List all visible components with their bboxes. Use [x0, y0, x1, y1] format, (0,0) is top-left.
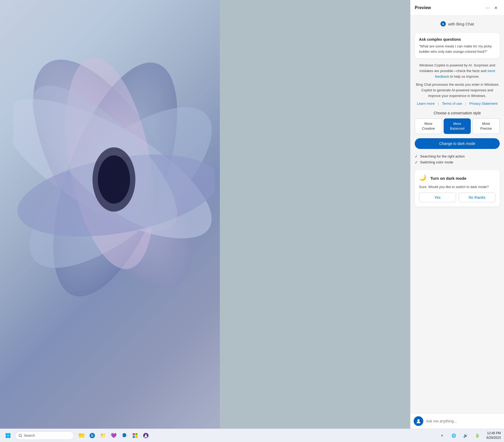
- question-card-title: Ask complex questions: [419, 37, 495, 42]
- tray-battery[interactable]: 🔋: [473, 431, 482, 440]
- no-thanks-button[interactable]: No thanks: [459, 193, 496, 202]
- taskbar-icon-store[interactable]: [130, 431, 140, 440]
- style-creative-button[interactable]: MoreCreative: [415, 118, 442, 134]
- learn-more-link[interactable]: Learn more: [417, 101, 435, 107]
- status-text-1: Searching for the right action: [420, 154, 465, 158]
- taskbar-icon-explorer[interactable]: [77, 431, 86, 440]
- svg-point-8: [98, 155, 130, 204]
- start-button[interactable]: [3, 431, 13, 440]
- dark-mode-card: 🌙 Turn on dark mode Sure. Would you like…: [415, 170, 500, 207]
- panel-header: Preview ⋯ ✕: [410, 0, 504, 16]
- taskbar: Search b 📁 💜 ∧ 🌐 🔊 🔋 12:46 PM 6/29/2023: [0, 429, 504, 442]
- svg-rect-10: [6, 433, 8, 436]
- conversation-style-section: Choose a conversation style MoreCreative…: [415, 111, 500, 134]
- svg-point-26: [145, 434, 147, 436]
- privacy-statement-link[interactable]: Privacy Statement: [469, 101, 498, 107]
- info-text-1: Windows Copilot is powered by AI. Surpri…: [415, 63, 500, 79]
- search-box[interactable]: Search: [15, 431, 74, 440]
- search-icon: [18, 434, 22, 437]
- yes-button[interactable]: Yes: [419, 193, 456, 202]
- dark-mode-button[interactable]: Change to dark mode: [415, 138, 500, 149]
- search-label: Search: [24, 433, 35, 437]
- info-text-2: Bing Chat processes the words you enter …: [415, 82, 500, 99]
- svg-rect-11: [8, 433, 11, 436]
- question-card: Ask complex questions "What are some mea…: [415, 33, 500, 58]
- status-item-2: ✓ Switching color mode: [415, 160, 500, 164]
- input-area: [410, 413, 504, 429]
- copilot-panel: Preview ⋯ ✕ b with Bing Chat Ask complex…: [410, 0, 504, 429]
- svg-point-9: [417, 419, 420, 421]
- svg-rect-12: [6, 436, 8, 438]
- taskbar-icon-copilot[interactable]: [141, 431, 151, 440]
- taskbar-right: ∧ 🌐 🔊 🔋 12:46 PM 6/29/2023: [435, 431, 501, 440]
- taskbar-icon-edge[interactable]: [120, 431, 129, 440]
- svg-line-15: [21, 436, 22, 437]
- svg-rect-23: [133, 436, 135, 438]
- svg-rect-24: [135, 436, 138, 438]
- system-tray: ∧ 🌐 🔊 🔋: [435, 431, 485, 440]
- dark-mode-card-buttons: Yes No thanks: [419, 193, 495, 202]
- style-precise-button[interactable]: MorePrecise: [472, 118, 500, 134]
- dark-mode-card-text: Sure. Would you like to switch to dark m…: [419, 185, 495, 189]
- panel-more-button[interactable]: ⋯: [484, 4, 492, 12]
- svg-rect-21: [133, 433, 135, 435]
- tray-chevron[interactable]: ∧: [437, 431, 447, 440]
- clock-date: 6/29/2023: [487, 436, 501, 440]
- bing-chat-header: b with Bing Chat: [415, 19, 500, 29]
- status-item-1: ✓ Searching for the right action: [415, 154, 500, 159]
- info-section: Windows Copilot is powered by AI. Surpri…: [415, 63, 500, 107]
- info-links: Learn more | Terms of use | Privacy Stat…: [415, 101, 500, 107]
- taskbar-icon-bing[interactable]: b: [87, 431, 97, 440]
- svg-point-14: [19, 434, 21, 436]
- checkmark-icon-1: ✓: [415, 154, 418, 159]
- status-text-2: Switching color mode: [420, 160, 453, 164]
- clock-time: 12:46 PM: [487, 431, 501, 436]
- copilot-avatar: [414, 416, 423, 426]
- question-card-text: "What are some meals I can make for my p…: [419, 44, 495, 54]
- bing-chat-subtitle: with Bing Chat: [448, 22, 474, 26]
- style-balanced-button[interactable]: MoreBalanced: [444, 118, 471, 134]
- desktop-wallpaper: [0, 0, 220, 429]
- taskbar-icon-teams[interactable]: 💜: [109, 431, 118, 440]
- svg-rect-22: [135, 433, 138, 435]
- tray-volume[interactable]: 🔊: [461, 431, 470, 440]
- svg-text:b: b: [91, 434, 93, 437]
- svg-rect-13: [8, 436, 11, 438]
- taskbar-icon-files[interactable]: 📁: [98, 431, 108, 440]
- svg-rect-18: [79, 434, 81, 435]
- panel-content: b with Bing Chat Ask complex questions "…: [410, 16, 504, 413]
- dark-mode-card-title: Turn on dark mode: [430, 176, 466, 181]
- bing-logo-icon: b: [440, 21, 446, 27]
- checkmark-icon-2: ✓: [415, 160, 418, 164]
- tray-network[interactable]: 🌐: [449, 431, 459, 440]
- clock[interactable]: 12:46 PM 6/29/2023: [487, 431, 501, 440]
- style-buttons-group: MoreCreative MoreBalanced MorePrecise: [415, 118, 500, 134]
- ask-input[interactable]: [426, 419, 501, 423]
- terms-of-use-link[interactable]: Terms of use: [442, 101, 462, 107]
- dark-mode-card-header: 🌙 Turn on dark mode: [419, 174, 495, 183]
- svg-rect-17: [79, 435, 84, 437]
- dark-mode-card-icon: 🌙: [419, 174, 428, 183]
- panel-close-button[interactable]: ✕: [492, 4, 500, 12]
- convo-style-label: Choose a conversation style: [415, 111, 500, 115]
- status-list: ✓ Searching for the right action ✓ Switc…: [415, 153, 500, 166]
- panel-title: Preview: [415, 5, 484, 10]
